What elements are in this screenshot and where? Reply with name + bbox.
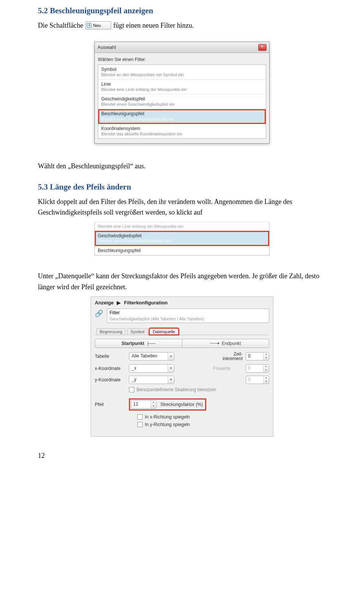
filter-item-beschleunigungspfeil[interactable]: Beschleunigungspfeil Blendet einen Besch… (98, 109, 266, 124)
spin-buttons[interactable]: ▲▼ (263, 376, 269, 384)
start-end-segment: Startpunkt ├── ──➔ Endpunkt (95, 339, 269, 348)
snippet-title: Geschwindigkeitspfeil (98, 233, 266, 238)
para-neu: Die Schaltfläche + Neu fügt einen neuen … (38, 20, 326, 31)
tab-symbol[interactable]: Symbol (127, 328, 148, 335)
checkbox-icon[interactable] (137, 414, 143, 420)
checkbox-icon[interactable] (129, 387, 134, 392)
seg-label: Startpunkt (122, 341, 144, 346)
tabs: Begrenzung Symbol Datenquelle (95, 328, 269, 335)
filter-item-title: Symbol (101, 67, 263, 72)
filter-item-title: Beschleunigungspfeil (101, 111, 263, 116)
combo-value: _y (129, 376, 168, 384)
snippet-selected[interactable]: Geschwindigkeitspfeil Blendet einen Gesc… (95, 231, 269, 246)
chevron-down-icon[interactable]: ▼ (168, 353, 174, 360)
row-pfeil: Pfeil 12 ▲▼ Streckungsfaktor (%) (95, 398, 269, 411)
combo-x[interactable]: _x ▼ (129, 364, 174, 373)
label-tabelle: Tabelle (95, 354, 129, 359)
heading-5-2: 5.2 Beschleunigungspfeil anzeigen (38, 6, 326, 16)
label-zeitinkrement: Zeit- inkrement (213, 352, 243, 361)
spin-pfeil[interactable]: 12 ▲▼ (131, 400, 157, 409)
spin-value: 0 (246, 376, 263, 384)
dialog-titlebar: Auswahl (95, 42, 269, 53)
chk-label: In y-Richtung spiegeln (145, 422, 190, 427)
snippet-bottom: Beschleunigungspfeil (95, 246, 269, 255)
tab-begrenzung[interactable]: Begrenzung (96, 328, 126, 335)
auswahl-dialog: Auswahl Wählen Sie einen Filter: Symbol … (94, 42, 270, 144)
filter-item-title: Geschwindigkeitspfeil (101, 96, 263, 102)
filter-list-snippet: Blendet eine Linie entlang der Messpunkt… (94, 222, 270, 255)
filter-item-title: Linie (101, 82, 263, 87)
filter-item-linie[interactable]: Linie Blendet eine Linie entlang der Mes… (98, 80, 266, 94)
chk-mirror-x[interactable]: In x-Richtung spiegeln (137, 414, 269, 420)
spin-buttons[interactable]: ▲▼ (151, 401, 156, 408)
combo-value: _x (129, 365, 168, 372)
pfeil-highlight: 12 ▲▼ Streckungsfaktor (%) (129, 398, 206, 411)
crumb-filterkonfig: Filterkonfiguration (124, 300, 168, 306)
filter-sub: Geschwindigkeitspfeil (Alle Tabellen / A… (107, 317, 269, 323)
page-number: 12 (38, 452, 326, 460)
text: fügt einen neuen Filter hinzu. (113, 20, 194, 31)
seg-endpunkt[interactable]: ──➔ Endpunkt (182, 339, 270, 348)
chevron-right-icon: ▶ (117, 300, 121, 306)
filter-item-koordinatensystem[interactable]: Koordinatensystem Blendet das aktuelle K… (98, 124, 266, 138)
combo-y[interactable]: _y ▼ (129, 376, 174, 384)
seg-label: Endpunkt (222, 341, 241, 346)
snippet-desc: Blendet einen Geschwindigkeitspfeil ein (98, 238, 266, 243)
neu-button-label: Neu (93, 22, 100, 29)
filter-item-desc: Blendet das aktuelle Koordinatensystem e… (101, 132, 263, 136)
dialog-prompt: Wählen Sie einen Filter: (98, 57, 266, 62)
filter-item-title: Koordinatensystem (101, 126, 263, 131)
crumb-anzeige[interactable]: Anzeige (95, 300, 114, 306)
startpunkt-icon: ├── (147, 341, 155, 346)
filter-item-desc: Blendet einen Geschwindigkeitspfeil ein (101, 102, 263, 107)
row-tabelle: Tabelle Alle Tabellen ▼ Zeit- inkrement … (95, 352, 269, 361)
plus-icon: + (87, 23, 91, 28)
chk-benutzerdef[interactable]: Benutzerdefinierte Skalierung benutzen (129, 387, 216, 392)
row-benutz: Benutzerdefinierte Skalierung benutzen (95, 387, 269, 392)
dialog-title: Auswahl (97, 44, 258, 50)
snippet-top: Blendet eine Linie entlang der Messpunkt… (95, 222, 269, 231)
chk-label: In x-Richtung spiegeln (145, 414, 190, 420)
spin-value: 0 (246, 353, 263, 360)
tab-datenquelle[interactable]: Datenquelle (149, 328, 179, 335)
chevron-down-icon[interactable]: ▼ (168, 365, 174, 372)
para-unter: Unter „Datenquelle“ kann der Streckungsf… (38, 271, 326, 293)
label-x: x-Koordinate (95, 366, 129, 371)
checkbox-icon[interactable] (137, 422, 143, 427)
spin-zeitinkrement[interactable]: 0 ▲▼ (246, 352, 269, 360)
chk-label: Benutzerdefinierte Skalierung benutzen (136, 387, 216, 392)
chevron-down-icon[interactable]: ▼ (168, 376, 174, 384)
row-x: x-Koordinate _x ▼ Fixwerte 0 ▲▼ (95, 364, 269, 373)
filter-item-desc: Blendet an den Messpunkten ein Symbol ei… (101, 72, 263, 77)
text: Die Schaltfläche (38, 20, 83, 31)
label-y: y-Koordinate (95, 377, 129, 382)
chain-icon: 🔗 (95, 309, 103, 318)
filter-field[interactable]: Geschwindigkeitspfeil (Alle Tabellen / A… (107, 309, 269, 323)
label-pfeil: Pfeil (95, 402, 129, 407)
spin-fix-y[interactable]: 0 ▲▼ (246, 376, 269, 384)
seg-startpunkt[interactable]: Startpunkt ├── (95, 339, 182, 348)
filter-item-symbol[interactable]: Symbol Blendet an den Messpunkten ein Sy… (98, 65, 266, 80)
spin-buttons[interactable]: ▲▼ (263, 365, 269, 372)
row-y: y-Koordinate _y ▼ 0 ▲▼ (95, 376, 269, 384)
combo-tabelle[interactable]: Alle Tabellen ▼ (129, 352, 174, 360)
filter-list: Symbol Blendet an den Messpunkten ein Sy… (98, 64, 266, 139)
heading-5-3: 5.3 Länge des Pfeils ändern (38, 182, 326, 192)
spin-value: 12 (131, 401, 151, 408)
para-5-3: Klickt doppelt auf den Filter des Pfeils… (38, 196, 326, 218)
breadcrumb: Anzeige ▶ Filterkonfiguration (95, 299, 269, 309)
para-waehlt: Wählt den „Beschleunigungspfeil“ aus. (38, 161, 326, 172)
neu-button[interactable]: + Neu (85, 21, 111, 30)
chk-mirror-y[interactable]: In y-Richtung spiegeln (137, 422, 269, 427)
filterkonfiguration-panel: Anzeige ▶ Filterkonfiguration 🔗 Geschwin… (91, 296, 273, 437)
close-icon[interactable] (258, 44, 267, 51)
label-fixwerte: Fixwerte (213, 366, 243, 371)
label-streckungsfaktor: Streckungsfaktor (%) (160, 402, 203, 407)
spin-value: 0 (246, 365, 263, 372)
filter-input[interactable] (107, 309, 269, 317)
filter-item-geschwindigkeitspfeil[interactable]: Geschwindigkeitspfeil Blendet einen Gesc… (98, 94, 266, 109)
spin-buttons[interactable]: ▲▼ (263, 353, 269, 360)
spin-fix-x[interactable]: 0 ▲▼ (246, 364, 269, 373)
combo-value: Alle Tabellen (129, 353, 168, 360)
filter-item-desc: Blendet eine Linie entlang der Messpunkt… (101, 87, 263, 92)
